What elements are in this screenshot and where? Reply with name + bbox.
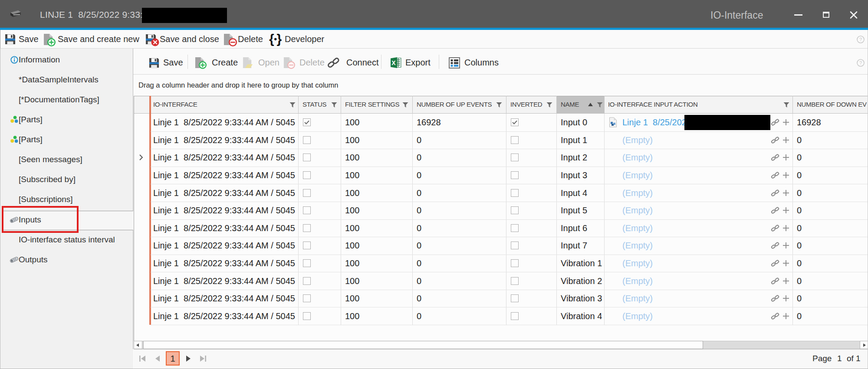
svg-text:?: ? bbox=[859, 37, 862, 42]
svg-text:?: ? bbox=[859, 60, 862, 65]
svg-text:X: X bbox=[391, 59, 396, 66]
